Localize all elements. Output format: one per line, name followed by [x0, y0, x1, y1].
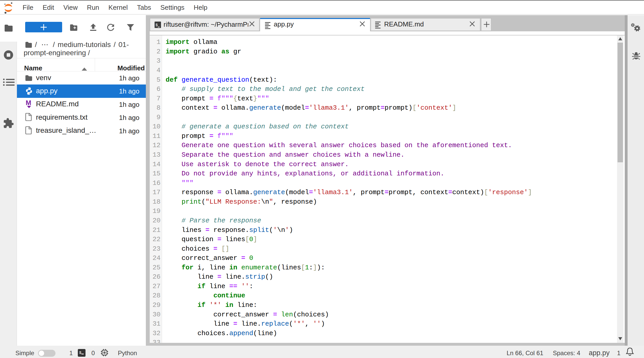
- svg-text:M: M: [26, 100, 31, 107]
- svg-text:$: $: [79, 351, 81, 355]
- svg-text:$: $: [156, 23, 158, 27]
